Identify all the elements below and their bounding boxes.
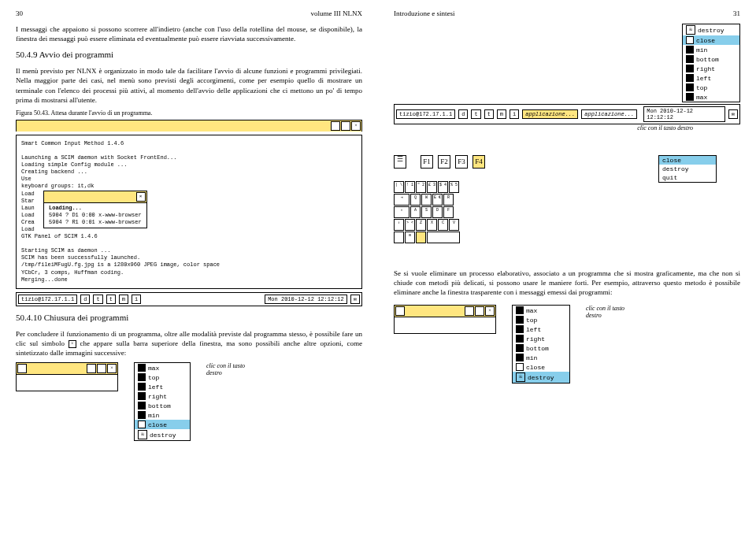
mail-icon[interactable]: ✉ [728, 109, 738, 119]
taskbar-app[interactable]: applicazione... [522, 109, 578, 119]
terminal-line: keyboard groups: it,dk [21, 183, 357, 190]
window-button[interactable] [341, 121, 350, 131]
menu-item-bottom[interactable]: bottom [683, 54, 739, 64]
key-a[interactable]: A [410, 206, 421, 218]
taskbar-btn-m[interactable]: m [119, 295, 128, 304]
menu-item-bottom[interactable]: bottom [513, 343, 569, 353]
key-space[interactable] [427, 232, 460, 243]
key-s[interactable]: S [421, 206, 432, 218]
menu-item-left[interactable]: left [513, 324, 569, 334]
key[interactable]: % 5 [449, 181, 459, 193]
key-f1[interactable]: F1 [421, 155, 433, 169]
key-menu-icon[interactable]: ☰ [394, 155, 406, 169]
key-shift[interactable]: ⇧ [394, 219, 404, 231]
close-icon[interactable]: × [351, 121, 361, 131]
key-f4[interactable]: F4 [472, 155, 485, 169]
context-menu[interactable]: close destroy quit [658, 155, 717, 183]
key-alt[interactable] [416, 232, 426, 243]
window-button[interactable] [87, 364, 96, 373]
menu-item-right[interactable]: right [135, 391, 190, 401]
key-w[interactable]: W [421, 194, 432, 206]
key-v[interactable]: V [449, 219, 459, 231]
key-c[interactable]: C [438, 219, 448, 231]
key[interactable]: " 2 [416, 181, 426, 193]
menu-item-max[interactable]: max [513, 306, 569, 315]
taskbar-app[interactable]: applicazione... [581, 109, 637, 119]
menu-item-top[interactable]: top [513, 315, 569, 324]
menu-item-left[interactable]: left [135, 382, 190, 391]
menu-item-close[interactable]: close [135, 420, 190, 429]
menu-item-left[interactable]: left [683, 73, 739, 83]
menu-item-close[interactable]: close [513, 362, 569, 372]
taskbar-host[interactable]: tizio@172.17.1.1 [18, 295, 77, 304]
window-button[interactable] [395, 306, 405, 316]
context-menu[interactable]: ☠destroy close min bottom right left top… [682, 24, 740, 102]
taskbar-btn-t[interactable]: t [484, 109, 494, 119]
menu-item-right[interactable]: right [683, 64, 739, 73]
menu-item-min[interactable]: min [683, 45, 739, 54]
context-menu[interactable]: max top left right bottom min close ☠des… [512, 305, 570, 384]
window-button[interactable] [465, 306, 474, 316]
page-header-left: 30 volume III NLNX [16, 9, 362, 17]
taskbar-btn-i[interactable]: i [132, 295, 141, 304]
key-e[interactable]: E € [432, 194, 443, 206]
menu-item-right[interactable]: right [513, 334, 569, 343]
taskbar-btn-d[interactable]: d [458, 109, 468, 119]
context-menu[interactable]: max top left right bottom min close ☠des… [134, 362, 191, 441]
key-z[interactable]: Z [416, 219, 426, 231]
annotation: clic con il tasto destro [586, 305, 641, 319]
close-icon[interactable]: × [136, 192, 146, 202]
menu-item-top[interactable]: top [135, 372, 190, 382]
menu-item-min[interactable]: min [135, 410, 190, 420]
menu-item-quit[interactable]: quit [659, 173, 716, 182]
menu-item-bottom[interactable]: bottom [135, 401, 190, 410]
taskbar-btn-t[interactable]: t [471, 109, 480, 119]
menu-item-close[interactable]: close [683, 35, 739, 45]
key-ctrl[interactable] [394, 232, 404, 243]
key-r[interactable]: R [443, 194, 454, 206]
key[interactable]: £ 3 [427, 181, 437, 193]
key-caps[interactable]: ⇪ [394, 206, 410, 218]
key-f3[interactable]: F3 [455, 155, 468, 169]
menu-item-destroy[interactable]: ☠destroy [135, 429, 190, 440]
taskbar-btn-m[interactable]: m [497, 109, 506, 119]
window-titlebar: × [16, 120, 362, 132]
menu-item-min[interactable]: min [513, 353, 569, 362]
menu-item-destroy[interactable]: ☠destroy [513, 372, 569, 383]
taskbar-btn-t[interactable]: t [106, 295, 116, 304]
figure-caption: Figura 50.43. Attesa durante l'avvio di … [16, 109, 362, 117]
window-button[interactable] [17, 364, 27, 373]
close-icon[interactable]: × [107, 364, 117, 373]
key[interactable]: | \ [394, 181, 404, 193]
skull-icon: ☠ [138, 430, 147, 439]
taskbar-btn-t[interactable]: t [93, 295, 102, 304]
key-x[interactable]: X [427, 219, 437, 231]
taskbar-host[interactable]: tizio@172.17.1.1 [396, 109, 455, 119]
key[interactable]: $ 4 [438, 181, 448, 193]
key-q[interactable]: Q [410, 194, 421, 206]
window-button[interactable] [97, 364, 106, 373]
paragraph: Il menù previsto per NLNX è organizzato … [16, 66, 362, 105]
taskbar-btn-i[interactable]: i [510, 109, 519, 119]
key-tab[interactable]: ⇥ [394, 194, 410, 206]
window-button[interactable] [331, 121, 340, 131]
menu-item-max[interactable]: max [683, 92, 739, 102]
key[interactable]: ! 1 [405, 181, 415, 193]
key-super[interactable]: ⊞ [405, 232, 415, 243]
key[interactable]: > < [405, 219, 415, 231]
mail-icon[interactable]: ✉ [350, 295, 360, 304]
key-f2[interactable]: F2 [438, 155, 450, 169]
close-icon[interactable]: × [485, 306, 495, 316]
window-button[interactable] [475, 306, 484, 316]
menu-item-close[interactable]: close [659, 156, 716, 165]
process-line: 5904 ? D1 0:00 x-www-browser [49, 212, 142, 219]
key-d[interactable]: D [432, 206, 443, 218]
menu-item-destroy[interactable]: ☠destroy [683, 24, 739, 35]
menu-item-destroy[interactable]: destroy [659, 165, 716, 173]
key-f[interactable]: F [443, 206, 454, 218]
taskbar-btn-d[interactable]: d [80, 295, 90, 304]
page-left: 30 volume III NLNX I messaggi che appaio… [0, 0, 378, 541]
figure-keyboard-menu: ☰ F1 F2 F3 F4 | \ ! 1 " 2 £ 3 $ 4 % 5 ⇥ [394, 155, 740, 245]
menu-item-max[interactable]: max [135, 363, 190, 372]
menu-item-top[interactable]: top [683, 83, 739, 92]
